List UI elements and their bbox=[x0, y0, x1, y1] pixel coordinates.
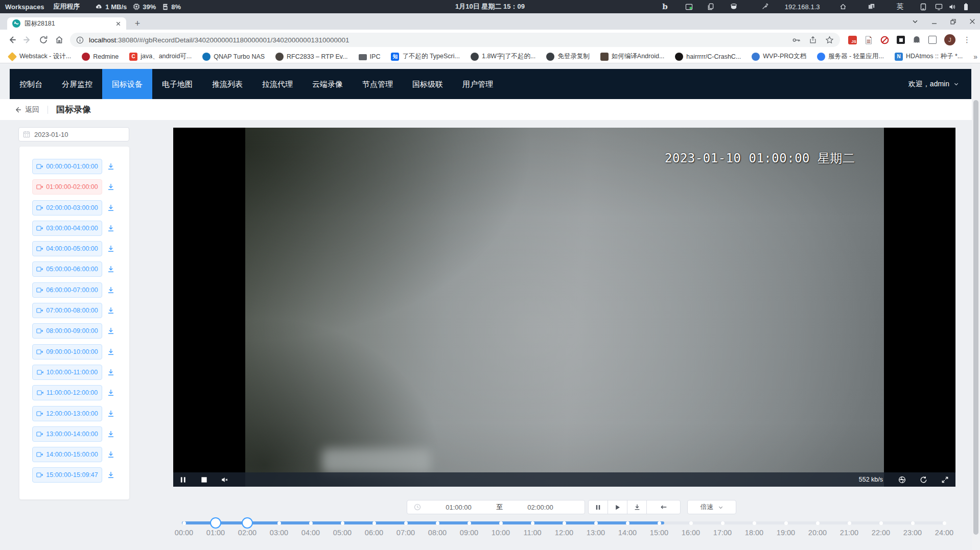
timeline-hour-dot[interactable] bbox=[372, 521, 376, 525]
site-info-icon[interactable] bbox=[76, 36, 84, 44]
segment-download-button[interactable] bbox=[107, 265, 115, 273]
phone-link-tray-icon[interactable] bbox=[920, 3, 926, 11]
timeline-hour-dot[interactable] bbox=[689, 521, 693, 525]
segment-button[interactable]: 01:00:00-02:00:00 bbox=[32, 179, 102, 195]
extension-js-icon[interactable]: JS bbox=[848, 36, 857, 44]
segment-download-button[interactable] bbox=[107, 389, 115, 397]
segment-button[interactable]: 07:00:00-08:00:00 bbox=[32, 303, 102, 318]
range-end[interactable]: 02:00:00 bbox=[503, 504, 578, 511]
scrollbar-thumb[interactable] bbox=[973, 100, 978, 535]
bookmark-item[interactable]: WVP-PRO文档 bbox=[752, 52, 806, 61]
date-picker[interactable]: 2023-01-10 bbox=[18, 127, 129, 141]
bookmark-item[interactable]: Redmine bbox=[82, 53, 119, 61]
segment-button[interactable]: 13:00:00-14:00:00 bbox=[32, 426, 102, 442]
bing-tray-icon[interactable]: b bbox=[662, 2, 668, 11]
bookmark-item[interactable]: Webstack - 设计... bbox=[8, 52, 71, 61]
segment-button[interactable]: 15:00:00-15:09:47 bbox=[32, 467, 102, 483]
workspaces-button[interactable]: Workspaces bbox=[5, 3, 44, 11]
url-text[interactable]: localhost:38080/#/gbRecordDetail/3402000… bbox=[89, 36, 787, 44]
timeline-hour-dot[interactable] bbox=[341, 521, 344, 525]
seek-back-button[interactable] bbox=[646, 500, 681, 514]
player-refresh-icon[interactable] bbox=[920, 476, 927, 484]
timeline-hour-dot[interactable] bbox=[468, 521, 471, 525]
timeline-hour-dot[interactable] bbox=[309, 521, 313, 525]
segment-button[interactable]: 05:00:00-06:00:00 bbox=[32, 261, 102, 277]
tab-close-icon[interactable] bbox=[114, 20, 122, 28]
nav-tab-9[interactable]: 国标级联 bbox=[403, 69, 453, 99]
display-tray-icon[interactable] bbox=[935, 4, 943, 10]
segment-download-button[interactable] bbox=[107, 430, 115, 438]
play-button[interactable] bbox=[608, 500, 627, 514]
bookmark-item[interactable]: 免登录复制 bbox=[546, 52, 590, 61]
segment-download-button[interactable] bbox=[107, 245, 115, 253]
time-range-input[interactable]: 01:00:00 至 02:00:00 bbox=[407, 500, 585, 514]
window-minimize-icon[interactable] bbox=[931, 18, 938, 25]
pause-button[interactable] bbox=[588, 500, 608, 514]
extension-doc-icon[interactable] bbox=[865, 36, 873, 44]
player-mute-icon[interactable] bbox=[221, 476, 229, 484]
extension-dark-icon[interactable] bbox=[897, 36, 905, 44]
timeline-hour-dot[interactable] bbox=[721, 521, 725, 525]
nav-tab-6[interactable]: 拉流代理 bbox=[252, 69, 302, 99]
timeline-hour-dot[interactable] bbox=[911, 521, 915, 525]
timeline-hour-dot[interactable] bbox=[658, 521, 661, 525]
forward-button[interactable] bbox=[23, 35, 32, 44]
nav-tab-8[interactable]: 节点管理 bbox=[353, 69, 403, 99]
bookmark-item[interactable]: 如何编译Android... bbox=[600, 52, 665, 61]
timeline-hour-dot[interactable] bbox=[753, 521, 756, 525]
applications-menu[interactable]: 应用程序 bbox=[53, 2, 80, 11]
nav-tab-1[interactable]: 控制台 bbox=[10, 69, 52, 99]
segment-download-button[interactable] bbox=[107, 410, 115, 418]
segment-download-button[interactable] bbox=[107, 450, 115, 459]
range-start[interactable]: 01:00:00 bbox=[421, 504, 496, 511]
bookmark-item[interactable]: 1.8W字|了不起的... bbox=[471, 52, 535, 61]
bookmark-item[interactable]: 服务器 - 轻量应用... bbox=[817, 52, 884, 61]
segment-download-button[interactable] bbox=[107, 471, 115, 479]
segment-button[interactable]: 06:00:00-07:00:00 bbox=[32, 282, 102, 298]
window-close-icon[interactable] bbox=[969, 18, 976, 25]
timeline-hour-dot[interactable] bbox=[436, 521, 439, 525]
screenshot-tray-icon[interactable] bbox=[685, 4, 693, 10]
segment-button[interactable]: 08:00:00-09:00:00 bbox=[32, 323, 102, 339]
bookmark-item[interactable]: hairrrrr/C-CrashC... bbox=[675, 53, 741, 61]
back-button[interactable] bbox=[7, 35, 16, 44]
bookmark-item[interactable]: NHDAtmos :: 种子 *... bbox=[895, 52, 963, 61]
page-scrollbar[interactable] bbox=[972, 63, 980, 550]
nav-tab-7[interactable]: 云端录像 bbox=[302, 69, 353, 99]
windows-tray-icon[interactable] bbox=[868, 3, 875, 10]
passwords-key-icon[interactable] bbox=[792, 36, 801, 44]
timeline-handle[interactable] bbox=[242, 517, 253, 529]
timeline-hour-dot[interactable] bbox=[404, 521, 408, 525]
clipboard-tray-icon[interactable] bbox=[707, 3, 714, 10]
bookmark-item[interactable]: 知了不起的 TypeScri... bbox=[391, 52, 460, 61]
timeline-handle[interactable] bbox=[210, 517, 221, 529]
timeline-hour-dot[interactable] bbox=[594, 521, 598, 525]
bookmark-item[interactable]: Cjava、android可... bbox=[129, 52, 192, 61]
segment-download-button[interactable] bbox=[107, 368, 115, 376]
player-settings-icon[interactable] bbox=[898, 476, 906, 484]
player-stop-icon[interactable] bbox=[200, 476, 208, 484]
segment-button[interactable]: 02:00:00-03:00:00 bbox=[32, 200, 102, 216]
extension-ghost-icon[interactable] bbox=[913, 36, 921, 44]
timeline-hour-dot[interactable] bbox=[563, 521, 566, 525]
bookmark-item[interactable]: RFC2833 – RTP Ev... bbox=[275, 53, 348, 61]
browser-menu-icon[interactable]: ⋮ bbox=[963, 35, 971, 44]
timeline-slider[interactable]: 00:0001:0002:0003:0004:0005:0006:0007:00… bbox=[182, 521, 946, 524]
segment-button[interactable]: 11:00:00-12:00:00 bbox=[32, 385, 102, 400]
bookmark-item[interactable]: IPC bbox=[359, 53, 381, 60]
player-pause-icon[interactable] bbox=[179, 476, 187, 484]
timeline-hour-dot[interactable] bbox=[848, 521, 851, 525]
timeline-hour-dot[interactable] bbox=[531, 521, 534, 525]
download-button[interactable] bbox=[627, 500, 647, 514]
segment-download-button[interactable] bbox=[107, 183, 115, 191]
share-icon[interactable] bbox=[809, 36, 817, 44]
segment-download-button[interactable] bbox=[107, 204, 115, 212]
extension-frame-icon[interactable] bbox=[928, 36, 937, 44]
segment-button[interactable]: 09:00:00-10:00:00 bbox=[32, 344, 102, 360]
timeline-hour-dot[interactable] bbox=[182, 521, 186, 525]
segment-download-button[interactable] bbox=[107, 327, 115, 335]
speed-button[interactable]: 倍速 bbox=[687, 500, 736, 514]
timeline-hour-dot[interactable] bbox=[784, 521, 788, 525]
user-menu[interactable]: 欢迎，admin bbox=[908, 69, 971, 99]
tab-search-chevron-icon[interactable] bbox=[912, 18, 919, 25]
